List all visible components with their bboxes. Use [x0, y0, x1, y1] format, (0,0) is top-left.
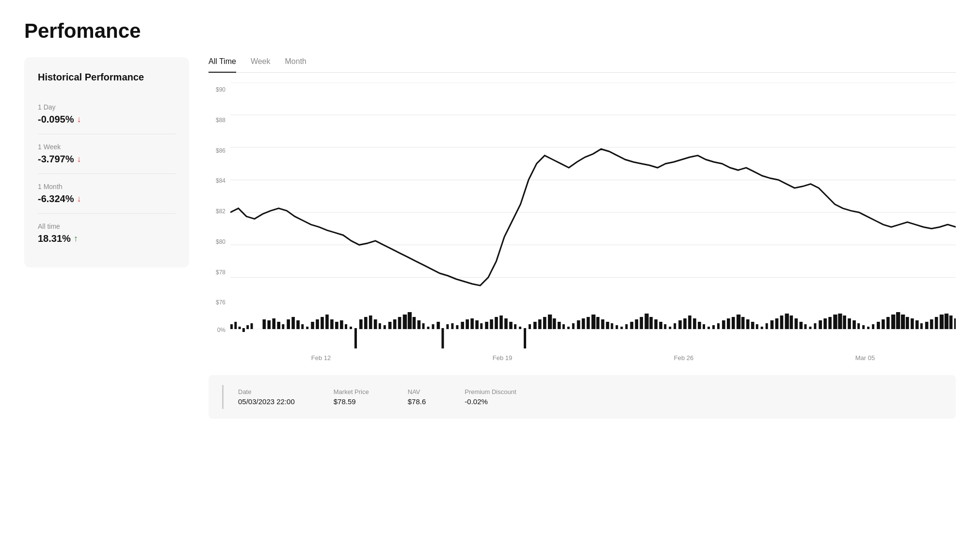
main-layout: Historical Performance 1 Day -0.095% ↓ 1…: [24, 57, 956, 419]
svg-rect-27: [321, 317, 324, 329]
x-label-feb19: Feb 19: [493, 354, 512, 362]
svg-rect-47: [418, 320, 421, 329]
svg-rect-38: [374, 319, 377, 329]
info-date-col: Date 05/03/2023 22:00: [238, 388, 295, 406]
svg-rect-82: [587, 317, 590, 329]
svg-rect-117: [756, 324, 758, 329]
svg-rect-28: [325, 315, 329, 329]
page-title: Perfomance: [24, 19, 956, 43]
svg-rect-127: [804, 324, 807, 329]
tab-week[interactable]: Week: [251, 57, 271, 73]
svg-rect-67: [514, 324, 516, 329]
svg-rect-90: [625, 324, 627, 329]
stat-1-week: 1 Week -3.797% ↓: [38, 134, 176, 174]
svg-rect-124: [790, 315, 793, 329]
svg-rect-103: [688, 315, 691, 329]
stat-1-month: 1 Month -6.324% ↓: [38, 174, 176, 214]
premium-value: -0.02%: [465, 397, 516, 406]
svg-rect-105: [698, 322, 701, 329]
svg-rect-73: [543, 317, 546, 329]
svg-rect-57: [466, 319, 469, 329]
svg-rect-46: [413, 317, 416, 329]
svg-rect-122: [780, 315, 784, 329]
svg-rect-59: [475, 320, 479, 329]
y-label-86: $86: [209, 147, 225, 154]
svg-rect-83: [592, 315, 595, 329]
stat-all-time-label: All time: [38, 222, 176, 230]
svg-rect-121: [775, 318, 779, 329]
svg-rect-33: [350, 327, 352, 329]
svg-rect-97: [659, 322, 662, 329]
svg-rect-25: [311, 322, 314, 329]
svg-rect-63: [495, 317, 498, 329]
svg-rect-116: [751, 322, 755, 329]
svg-rect-20: [287, 319, 290, 329]
svg-rect-93: [640, 317, 643, 329]
svg-rect-86: [606, 322, 610, 329]
x-label-mar05: Mar 05: [855, 354, 875, 362]
svg-rect-32: [345, 324, 347, 329]
svg-rect-80: [577, 320, 580, 329]
chart-panel: All Time Week Month $90 $88 $86 $84 $82 …: [209, 57, 956, 419]
svg-rect-42: [393, 319, 397, 329]
stat-1-day-value: -0.095% ↓: [38, 114, 176, 125]
svg-rect-147: [901, 315, 905, 329]
svg-rect-54: [451, 323, 453, 329]
svg-rect-143: [882, 319, 885, 329]
svg-rect-133: [833, 315, 837, 329]
tab-month[interactable]: Month: [285, 57, 306, 73]
svg-rect-114: [741, 317, 745, 329]
svg-rect-39: [379, 323, 381, 329]
volume-0-label: 0%: [217, 327, 225, 333]
svg-rect-78: [567, 327, 570, 329]
svg-rect-58: [470, 318, 474, 329]
svg-rect-119: [766, 323, 768, 329]
y-label-84: $84: [209, 177, 225, 184]
stat-1-week-label: 1 Week: [38, 143, 176, 151]
svg-rect-88: [616, 325, 618, 329]
info-panel: Date 05/03/2023 22:00 Market Price $78.5…: [209, 375, 956, 419]
svg-rect-134: [838, 314, 842, 329]
arrow-down-icon-1: ↓: [77, 114, 81, 125]
svg-rect-149: [911, 318, 914, 329]
tab-all-time[interactable]: All Time: [209, 57, 236, 73]
svg-rect-50: [432, 324, 434, 329]
info-divider: [222, 385, 224, 409]
info-nav-col: NAV $78.6: [408, 388, 426, 406]
y-axis-labels: $90 $88 $86 $84 $82 $80 $78 $76: [209, 82, 230, 310]
stat-1-day-label: 1 Day: [38, 103, 176, 111]
svg-rect-156: [945, 314, 948, 329]
svg-rect-64: [499, 315, 503, 329]
svg-rect-72: [538, 319, 542, 329]
svg-rect-13: [246, 325, 249, 329]
svg-rect-12: [242, 328, 245, 332]
svg-rect-65: [504, 318, 508, 329]
price-chart-svg-container: [230, 82, 956, 310]
svg-rect-10: [234, 322, 237, 329]
svg-rect-44: [403, 315, 407, 329]
svg-rect-77: [562, 324, 565, 329]
svg-rect-91: [630, 322, 633, 329]
svg-rect-66: [509, 322, 513, 329]
svg-rect-60: [480, 323, 482, 329]
y-label-80: $80: [209, 238, 225, 245]
svg-rect-15: [262, 319, 266, 329]
svg-rect-24: [306, 327, 308, 329]
svg-rect-157: [949, 315, 953, 329]
svg-rect-56: [461, 322, 464, 329]
svg-rect-113: [737, 315, 740, 329]
svg-rect-71: [533, 322, 537, 329]
info-market-price-col: Market Price $78.59: [334, 388, 369, 406]
info-premium-col: Premium Discount -0.02%: [465, 388, 516, 406]
y-label-78: $78: [209, 269, 225, 276]
svg-rect-109: [717, 323, 720, 329]
svg-rect-45: [408, 312, 412, 329]
svg-rect-148: [906, 317, 909, 329]
svg-rect-151: [920, 323, 923, 329]
y-label-76: $76: [209, 299, 225, 306]
chart-container: $90 $88 $86 $84 $82 $80 $78 $76: [209, 82, 956, 419]
svg-rect-131: [823, 318, 827, 329]
svg-rect-132: [828, 317, 832, 329]
svg-rect-136: [848, 318, 851, 329]
svg-rect-34: [354, 328, 357, 348]
